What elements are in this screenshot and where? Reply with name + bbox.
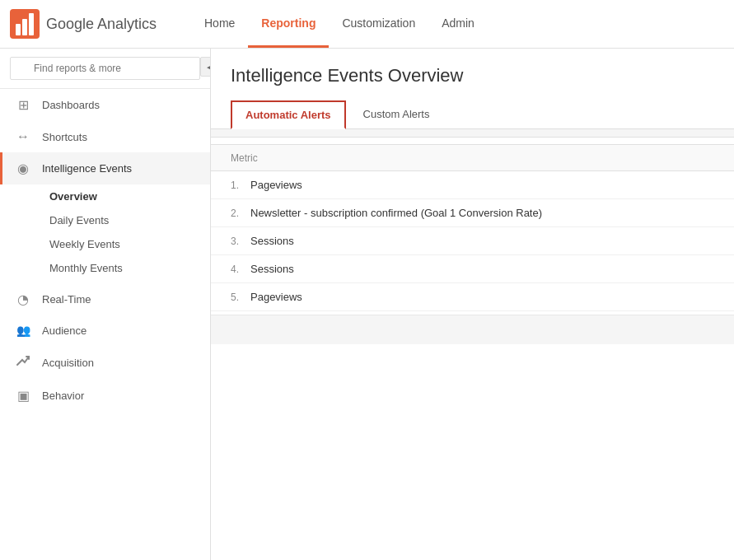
- behavior-icon: ▣: [14, 388, 32, 404]
- row-text-4: Sessions: [250, 263, 714, 275]
- acquisition-icon: [14, 353, 32, 371]
- svg-rect-1: [16, 24, 21, 35]
- table-header: Metric: [211, 144, 734, 171]
- table-row: 2. Newsletter - subscription confirmed (…: [211, 199, 734, 227]
- logo-text: Google Analytics: [46, 16, 157, 33]
- row-text-5: Pageviews: [250, 291, 714, 303]
- sidebar-sub-item-overview[interactable]: Overview: [40, 184, 210, 208]
- row-text-2: Newsletter - subscription confirmed (Goa…: [250, 207, 714, 219]
- nav-link-home[interactable]: Home: [191, 0, 248, 48]
- sidebar-item-acquisition[interactable]: Acquisition: [0, 345, 210, 380]
- shortcuts-icon: ↔: [14, 129, 32, 144]
- bottom-gray-bar: [211, 315, 734, 344]
- sidebar-item-dashboards[interactable]: ⊞ Dashboards: [0, 89, 210, 121]
- sidebar-label-intelligence-events: Intelligence Events: [42, 162, 132, 175]
- tab-automatic-alerts[interactable]: Automatic Alerts: [231, 100, 346, 129]
- svg-rect-3: [29, 13, 34, 35]
- sidebar-collapse-button[interactable]: ◀: [200, 57, 211, 77]
- main-layout: ◀ 🔍 ⊞ Dashboards ↔ Shortcuts ◉ Intellige…: [0, 49, 734, 560]
- row-text-1: Pageviews: [250, 179, 714, 191]
- main-nav: HomeReportingCustomizationAdmin: [191, 0, 724, 48]
- main-content: Intelligence Events Overview Automatic A…: [211, 49, 734, 560]
- sidebar-item-audience[interactable]: 👥 Audience: [0, 315, 210, 345]
- tab-custom-alerts[interactable]: Custom Alerts: [349, 100, 444, 129]
- nav-link-admin[interactable]: Admin: [428, 0, 488, 48]
- table-row: 5. Pageviews: [211, 283, 734, 311]
- sidebar-sub-item-weekly[interactable]: Weekly Events: [40, 232, 210, 256]
- table-row: 3. Sessions: [211, 227, 734, 255]
- table-body: 1. Pageviews 2. Newsletter - subscriptio…: [211, 171, 734, 311]
- sidebar-label-behavior: Behavior: [42, 390, 84, 402]
- intelligence-events-icon: ◉: [14, 161, 32, 176]
- table-row: 4. Sessions: [211, 255, 734, 283]
- nav-link-reporting[interactable]: Reporting: [248, 0, 329, 48]
- row-num-1: 1.: [231, 180, 250, 191]
- row-num-5: 5.: [231, 292, 250, 303]
- row-num-4: 4.: [231, 264, 250, 275]
- sidebar-item-intelligence-events[interactable]: ◉ Intelligence Events: [0, 152, 210, 184]
- logo-area: Google Analytics: [10, 9, 191, 39]
- realtime-icon: ◔: [14, 292, 32, 307]
- sidebar-item-shortcuts[interactable]: ↔ Shortcuts: [0, 121, 210, 152]
- sidebar-sub-item-monthly[interactable]: Monthly Events: [40, 256, 210, 280]
- dashboards-icon: ⊞: [14, 97, 32, 113]
- top-nav: Google Analytics HomeReportingCustomizat…: [0, 0, 734, 49]
- sidebar: ◀ 🔍 ⊞ Dashboards ↔ Shortcuts ◉ Intellige…: [0, 49, 211, 560]
- sidebar-label-audience: Audience: [42, 324, 86, 337]
- row-text-3: Sessions: [250, 235, 714, 247]
- search-box-wrapper: 🔍: [0, 49, 210, 89]
- nav-link-customization[interactable]: Customization: [329, 0, 428, 48]
- sidebar-label-acquisition: Acquisition: [42, 357, 94, 369]
- audience-icon: 👥: [14, 324, 32, 337]
- sidebar-label-realtime: Real-Time: [42, 293, 91, 306]
- sidebar-item-behavior[interactable]: ▣ Behavior: [0, 380, 210, 412]
- tabs-bar: Automatic Alerts Custom Alerts: [211, 100, 734, 129]
- svg-rect-2: [22, 19, 27, 35]
- sidebar-label-dashboards: Dashboards: [42, 99, 100, 111]
- row-num-2: 2.: [231, 208, 250, 219]
- spacer-top: [211, 129, 734, 138]
- row-num-3: 3.: [231, 236, 250, 247]
- column-metric-header: Metric: [231, 152, 258, 164]
- page-title: Intelligence Events Overview: [211, 49, 734, 100]
- sidebar-sub-item-daily[interactable]: Daily Events: [40, 208, 210, 232]
- sidebar-item-realtime[interactable]: ◔ Real-Time: [0, 283, 210, 315]
- sidebar-label-shortcuts: Shortcuts: [42, 131, 87, 143]
- table-row: 1. Pageviews: [211, 171, 734, 199]
- search-input[interactable]: [10, 57, 200, 80]
- intelligence-events-sub-items: Overview Daily Events Weekly Events Mont…: [0, 184, 210, 280]
- ga-logo-icon: [10, 9, 40, 39]
